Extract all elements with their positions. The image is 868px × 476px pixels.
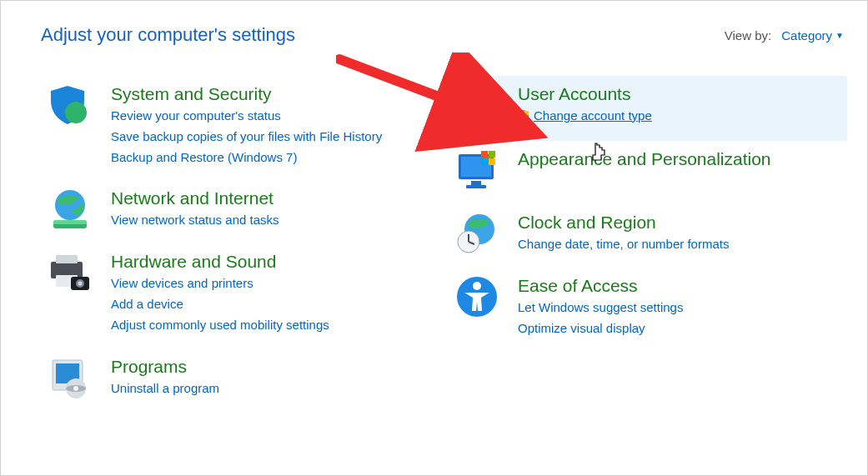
view-by-label: View by: — [725, 28, 771, 43]
svg-rect-23 — [489, 158, 495, 165]
svg-rect-22 — [481, 158, 488, 165]
monitor-icon — [454, 148, 499, 193]
category-title-hardware-and-sound[interactable]: Hardware and Sound — [111, 252, 434, 272]
caret-down-icon: ▼ — [835, 31, 844, 40]
category-system-and-security: System and Security Review your computer… — [41, 76, 441, 180]
user-icon — [454, 83, 499, 128]
printer-camera-icon — [48, 250, 93, 295]
link-uninstall-program[interactable]: Uninstall a program — [111, 379, 434, 398]
uac-shield-icon — [518, 108, 530, 127]
category-title-clock-and-region[interactable]: Clock and Region — [518, 213, 840, 233]
category-title-programs[interactable]: Programs — [111, 357, 434, 377]
clock-globe-icon — [454, 211, 499, 256]
link-devices-printers[interactable]: View devices and printers — [111, 274, 434, 293]
link-file-history[interactable]: Save backup copies of your files with Fi… — [111, 128, 434, 146]
svg-point-0 — [65, 102, 87, 123]
category-title-ease-of-access[interactable]: Ease of Access — [518, 276, 840, 296]
svg-rect-5 — [56, 255, 78, 263]
view-by-dropdown[interactable]: Category ▼ — [781, 28, 844, 43]
svg-point-1 — [55, 190, 85, 220]
link-backup-restore[interactable]: Backup and Restore (Windows 7) — [111, 148, 434, 167]
svg-rect-19 — [466, 185, 486, 188]
view-by-container: View by: Category ▼ — [725, 28, 847, 43]
link-suggest-settings[interactable]: Let Windows suggest settings — [518, 298, 840, 317]
svg-point-9 — [78, 282, 83, 286]
link-mobility-settings[interactable]: Adjust commonly used mobility settings — [111, 316, 434, 334]
category-appearance-and-personalization: Appearance and Personalization — [448, 141, 847, 204]
link-date-time-formats[interactable]: Change date, time, or number formats — [518, 235, 840, 253]
svg-rect-20 — [481, 151, 488, 158]
svg-point-14 — [73, 386, 78, 391]
link-optimize-display[interactable]: Optimize visual display — [518, 319, 840, 338]
category-programs: Programs Uninstall a program — [41, 348, 441, 412]
link-change-account-type-text: Change account type — [534, 108, 652, 123]
link-review-status[interactable]: Review your computer's status — [111, 107, 434, 125]
link-add-device[interactable]: Add a device — [111, 295, 434, 313]
category-user-accounts: User Accounts Change account type — [448, 76, 847, 141]
svg-rect-18 — [471, 181, 481, 185]
category-hardware-and-sound: Hardware and Sound View devices and prin… — [41, 243, 441, 348]
svg-point-29 — [473, 282, 481, 290]
svg-rect-21 — [489, 151, 495, 158]
link-change-account-type[interactable]: Change account type — [518, 107, 840, 127]
link-network-status[interactable]: View network status and tasks — [111, 211, 434, 229]
category-ease-of-access: Ease of Access Let Windows suggest setti… — [448, 268, 847, 352]
category-network-and-internet: Network and Internet View network status… — [41, 180, 441, 243]
category-clock-and-region: Clock and Region Change date, time, or n… — [448, 204, 847, 268]
globe-icon — [48, 187, 93, 232]
view-by-value: Category — [781, 28, 832, 43]
svg-point-15 — [468, 88, 486, 106]
accessibility-icon — [454, 274, 499, 319]
svg-rect-3 — [53, 220, 87, 224]
category-title-appearance[interactable]: Appearance and Personalization — [518, 149, 840, 169]
programs-icon — [48, 355, 93, 400]
shield-icon — [48, 83, 93, 128]
category-title-network-and-internet[interactable]: Network and Internet — [111, 188, 434, 208]
page-title: Adjust your computer's settings — [41, 24, 295, 46]
category-title-system-and-security[interactable]: System and Security — [111, 84, 434, 104]
category-title-user-accounts[interactable]: User Accounts — [518, 84, 840, 104]
